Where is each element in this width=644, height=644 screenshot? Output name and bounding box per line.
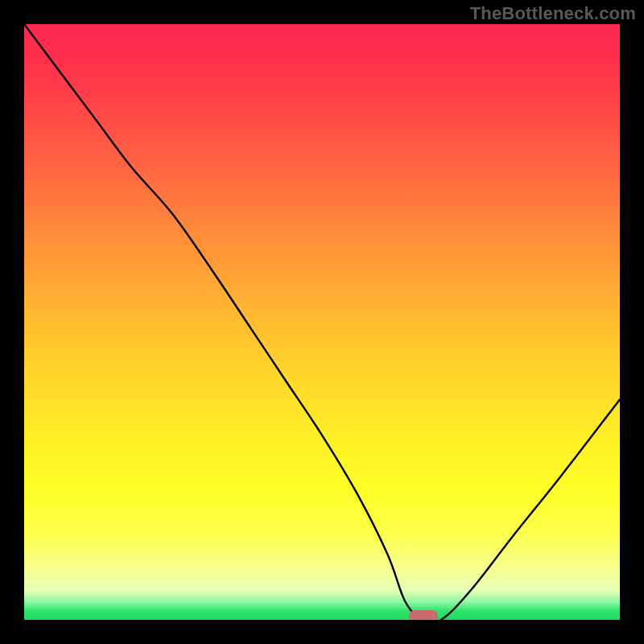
optimal-marker [409, 610, 438, 620]
chart-container: TheBottleneck.com [0, 0, 644, 644]
plot-area [24, 24, 620, 620]
watermark-text: TheBottleneck.com [470, 3, 636, 24]
bottleneck-curve [24, 24, 620, 620]
curve-path [24, 24, 620, 620]
